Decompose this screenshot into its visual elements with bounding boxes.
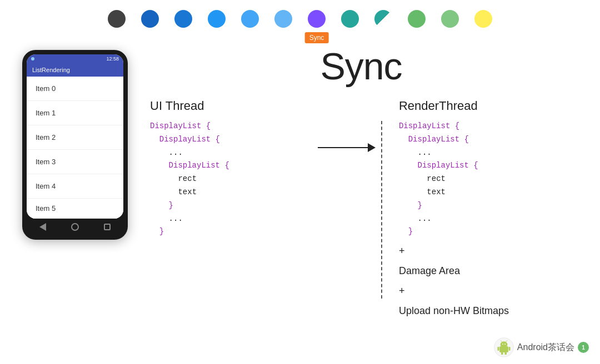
svg-point-4: [504, 343, 506, 345]
list-item-0: Item 0: [27, 77, 123, 101]
diagram-columns: UI Thread DisplayList { DisplayList { ..…: [144, 99, 578, 321]
render-thread-title: RenderThread: [393, 99, 478, 113]
app-title: ListRendering: [32, 67, 70, 73]
status-dot: [31, 57, 34, 60]
render-extra: + Damage Area + Upload non-HW Bitmaps: [393, 241, 509, 321]
dot-7[interactable]: [341, 10, 359, 28]
dot-8[interactable]: [374, 10, 392, 28]
list-item-3: Item 3: [27, 150, 123, 174]
svg-point-3: [502, 343, 503, 345]
home-icon: [71, 223, 79, 231]
ui-thread-col: UI Thread DisplayList { DisplayList { ..…: [144, 99, 312, 239]
render-thread-col: RenderThread DisplayList { DisplayList {…: [382, 99, 578, 321]
dot-11[interactable]: [474, 10, 492, 28]
svg-point-2: [500, 341, 507, 348]
svg-rect-10: [504, 352, 507, 355]
render-thread-code: DisplayList { DisplayList { ... DisplayL…: [393, 120, 478, 239]
page-title: Sync: [320, 44, 402, 88]
svg-rect-7: [497, 347, 499, 351]
upload-label: Upload non-HW Bitmaps: [399, 301, 509, 321]
watermark-badge: 1: [578, 342, 589, 353]
list-item-2: Item 2: [27, 125, 123, 150]
svg-rect-9: [501, 352, 503, 355]
watermark: Android茶话会 1: [494, 337, 589, 357]
ui-thread-title: UI Thread: [144, 99, 204, 113]
back-icon: [39, 223, 46, 231]
svg-rect-8: [508, 347, 510, 351]
dot-10[interactable]: [441, 10, 459, 28]
top-dots-nav: Sync: [0, 0, 600, 33]
ui-thread-code: DisplayList { DisplayList { ... DisplayL…: [144, 120, 229, 239]
recent-icon: [104, 224, 111, 230]
main-content: 12:58 ListRendering Item 0 Item 1 Item 2…: [0, 33, 600, 321]
status-time: 12:58: [106, 56, 119, 62]
dot-9[interactable]: [408, 10, 426, 28]
phone-list: Item 0 Item 1 Item 2 Item 3 Item 4 Item …: [27, 77, 123, 219]
damage-area-label: Damage Area: [399, 261, 509, 281]
diagram-area: Sync UI Thread DisplayList { DisplayList…: [144, 44, 578, 321]
dot-1[interactable]: [141, 10, 159, 28]
phone-mockup: 12:58 ListRendering Item 0 Item 1 Item 2…: [22, 50, 128, 240]
dot-2[interactable]: [174, 10, 192, 28]
phone-screen: 12:58 ListRendering Item 0 Item 1 Item 2…: [27, 54, 123, 219]
upload-plus: +: [399, 281, 509, 301]
android-logo: [494, 337, 514, 357]
dot-4[interactable]: [241, 10, 259, 28]
phone-toolbar: ListRendering: [27, 63, 123, 77]
damage-area-plus: +: [399, 241, 509, 261]
dot-0[interactable]: [108, 10, 126, 28]
active-dot-label: Sync: [305, 32, 329, 43]
phone-nav-bar: [27, 219, 123, 235]
arrow-head: [368, 143, 376, 152]
list-item-1: Item 1: [27, 101, 123, 125]
dot-6-active[interactable]: Sync: [308, 10, 326, 28]
list-item-4: Item 4: [27, 174, 123, 199]
dot-5[interactable]: [274, 10, 292, 28]
phone-status-bar: 12:58: [27, 54, 123, 63]
dot-3[interactable]: [208, 10, 226, 28]
watermark-text: Android茶话会: [517, 342, 574, 353]
list-item-5-partial: Item 5: [27, 199, 123, 219]
status-left: [31, 57, 34, 60]
sync-arrow: [312, 143, 381, 152]
arrow-line: [318, 147, 368, 148]
